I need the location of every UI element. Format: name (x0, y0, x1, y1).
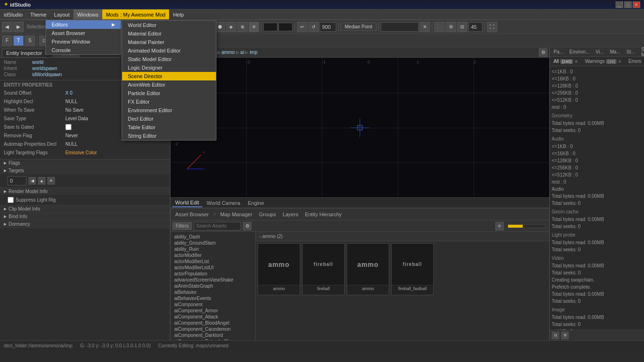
asset-tree-item[interactable]: aiComponent_Armor (170, 308, 255, 314)
camera-button[interactable]: 🎥 (434, 22, 445, 32)
right-panel-btn-1[interactable]: ⊟ (552, 332, 559, 339)
toolbar-forward-button[interactable]: ▶ (13, 22, 24, 32)
bind-info-header[interactable]: ▶ Bind Info (0, 213, 170, 220)
asset-tree-item[interactable]: ability_GroundSlam (170, 240, 255, 246)
asset-tree-item[interactable]: aiComponent_BloodAngel (170, 320, 255, 326)
asset-tree-item[interactable]: actorModifier (170, 252, 255, 258)
view-side-button[interactable]: S (25, 35, 35, 46)
editor-decl-editor[interactable]: Decl Editor (122, 115, 216, 123)
flags-section-header[interactable]: ▶ Flags (0, 159, 170, 167)
grid-snap-value-input[interactable] (468, 22, 483, 32)
editor-particle-editor[interactable]: Particle Editor (122, 89, 216, 97)
tab-world-edit[interactable]: World Edit (172, 199, 202, 207)
menu-idstudio[interactable]: idStudio (0, 9, 27, 19)
editor-scene-director[interactable]: Scene Director (122, 72, 216, 80)
fullscreen-button[interactable]: ⛶ (487, 22, 497, 32)
snap-x-input[interactable] (263, 23, 277, 31)
right-tab-se-ma[interactable]: Se Ma... (638, 47, 644, 57)
minimize-button[interactable]: _ (616, 1, 623, 8)
viewport-3d[interactable]: XY Top Y X -2 -1 0 -2 -1 0 1 2 (170, 58, 549, 197)
grid-snap-toggle[interactable]: ⊟ (457, 22, 467, 32)
editor-world-editor[interactable]: World Editor (122, 21, 216, 29)
windows-menu-preview-window[interactable]: Preview Window (46, 37, 121, 46)
asset-thumb-ammo1[interactable]: ammo ammo (258, 243, 300, 295)
asset-list-view-button[interactable]: ≡ (495, 222, 504, 230)
targets-input[interactable] (8, 176, 27, 185)
search-assets-input[interactable] (194, 222, 241, 230)
toolbar-btn-x[interactable]: ✕ (249, 22, 259, 32)
tab-layers[interactable]: Layers (280, 211, 301, 218)
tab-asset-browser-bottom[interactable]: Asset Browser (172, 211, 212, 218)
tab-entity-hierarchy[interactable]: Entity Hierarchy (302, 211, 345, 218)
maximize-button[interactable]: □ (624, 1, 632, 8)
toolbar-back-button[interactable]: ◀ (2, 22, 12, 32)
asset-tree-item[interactable]: aiComponent (170, 301, 255, 308)
editor-environment-editor[interactable]: Environment Editor (122, 106, 216, 115)
rotation-value-input[interactable] (320, 22, 336, 32)
rotate-ccw-button[interactable]: ↺ (308, 22, 319, 32)
asset-tree-item[interactable]: aiComponent_Darklord (170, 332, 255, 338)
view-top-button[interactable]: T (13, 35, 24, 46)
asset-tree-item[interactable]: ability_Dash (170, 234, 255, 240)
rotate-cw-button[interactable]: ↩ (297, 22, 307, 32)
log-all-close-icon[interactable]: ✕ (574, 59, 578, 64)
windows-menu-asset-browser[interactable]: Asset Browser (46, 29, 121, 37)
breadcrumb-imp-label[interactable]: imp (250, 50, 257, 55)
tab-entity-inspector[interactable]: Entity Inspector ✕ (2, 49, 52, 57)
targets-section-header[interactable]: ▶ Targets (0, 167, 170, 174)
asset-thumb-fireball-fastball[interactable]: fireball fireball_fastball (391, 243, 434, 295)
asset-tree-item[interactable]: aiComponent_Cacedemon (170, 326, 255, 332)
view-front-button[interactable]: F (2, 35, 12, 46)
filters-button[interactable]: Filters (172, 222, 192, 230)
log-tab-warnings[interactable]: Warnings (18) ✕ (582, 58, 625, 65)
targets-dec-button[interactable]: ◀ (28, 177, 36, 185)
clip-model-header[interactable]: ▶ Clip Model Info (0, 205, 170, 212)
search-button[interactable]: ✕ (420, 22, 430, 32)
tab-world-camera[interactable]: World Camera (204, 199, 243, 207)
tab-groups[interactable]: Groups (256, 211, 279, 218)
menu-mods[interactable]: Mods : My Awesome Mod (102, 9, 170, 19)
right-tab-vi[interactable]: Vi... (593, 48, 607, 55)
toolbar-btn-8[interactable]: ⊕ (237, 22, 248, 32)
editor-animweb-editor[interactable]: AnimWeb Editor (122, 80, 216, 89)
save-is-gated-checkbox[interactable] (65, 124, 72, 130)
asset-tree-item[interactable]: actorModifierList (170, 258, 255, 265)
dormancy-header[interactable]: ▶ Dormancy (0, 221, 170, 228)
viewport-settings-button[interactable]: ⚙ (539, 48, 547, 57)
asset-tree-item[interactable]: aiBehavior (170, 289, 255, 295)
editor-fx-editor[interactable]: FX Editor (122, 97, 216, 106)
menu-help[interactable]: Help (169, 9, 188, 19)
editor-logic-designer[interactable]: Logic Designer (122, 63, 216, 72)
right-panel-btn-2[interactable]: ⚙ (561, 332, 569, 339)
targets-up-button[interactable]: ▲ (38, 177, 45, 185)
search-bar-input[interactable] (381, 22, 419, 32)
asset-tree-item[interactable]: aiBehaviorEvents (170, 295, 255, 301)
windows-menu-editors[interactable]: Editors ▶ (46, 20, 121, 29)
render-model-header[interactable]: ▶ Render Model Info (0, 188, 170, 195)
asset-settings-button[interactable]: ⚙ (243, 222, 251, 230)
right-tab-ma[interactable]: Ma... (607, 48, 623, 55)
toolbar-btn-7[interactable]: ◈ (226, 22, 236, 32)
tab-engine[interactable]: Engine (245, 199, 267, 207)
breadcrumb-ammo2-label[interactable]: ammo (222, 50, 235, 55)
close-button[interactable]: ✕ (633, 1, 640, 8)
asset-tree-item[interactable]: aiComponent_ExtendedSense (170, 338, 255, 340)
editor-static-model-editor[interactable]: Static Model Editor (122, 55, 216, 63)
menu-layout[interactable]: Layout (50, 9, 73, 19)
editor-material-editor[interactable]: Material Editor (122, 29, 216, 38)
settings-button[interactable]: ⚙ (446, 22, 456, 32)
suppress-light-rig-checkbox[interactable] (8, 197, 14, 203)
asset-tree-item[interactable]: actorPopulation (170, 271, 255, 277)
tab-map-manager[interactable]: Map Manager (217, 211, 255, 218)
right-tab-environ[interactable]: Environ... (567, 48, 592, 55)
menu-windows[interactable]: Windows (73, 9, 102, 19)
windows-menu-console[interactable]: Console (46, 46, 121, 54)
asset-tree-item[interactable]: advancedScreenViewShake (170, 277, 255, 283)
editor-string-editor[interactable]: String Editor (122, 132, 216, 140)
editor-material-painter[interactable]: Material Painter (122, 38, 216, 46)
breadcrumb-ai-label[interactable]: ai (241, 50, 244, 55)
log-tab-all[interactable]: All (240) ✕ (551, 58, 581, 65)
right-tab-st[interactable]: St... (624, 48, 638, 55)
editor-animated-model-editor[interactable]: Animated Model Editor (122, 46, 216, 55)
asset-tree-item[interactable]: actorModifierListUI (170, 265, 255, 271)
